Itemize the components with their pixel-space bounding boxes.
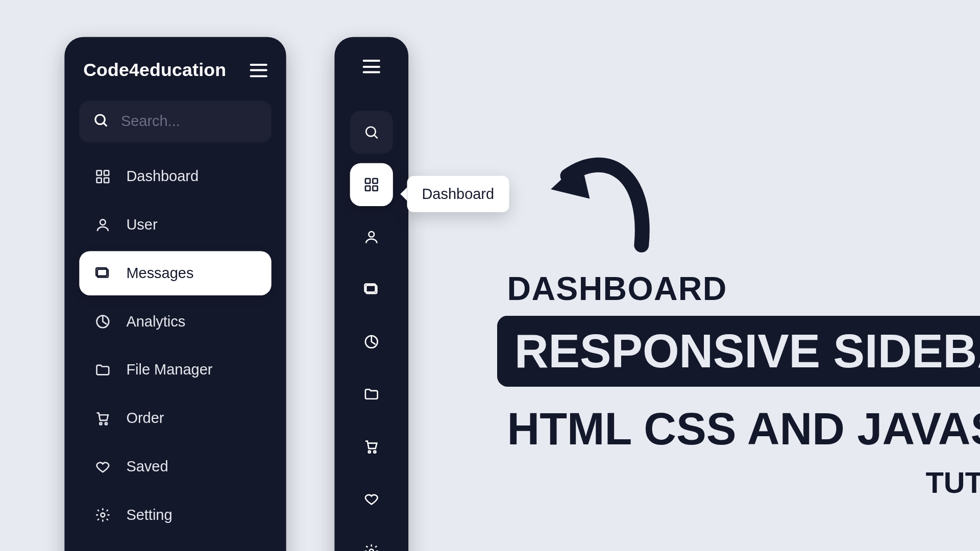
collapsed-item-messages[interactable] [350,268,393,311]
user-icon [363,228,380,245]
nav-label: File Manager [126,361,212,379]
brand-title: Code4education [83,60,226,81]
collapsed-item-user[interactable] [350,215,393,258]
svg-line-1 [104,123,107,126]
gear-icon [363,542,380,551]
headline-kicker: DASHBOARD [507,270,727,308]
nav-label: Setting [126,506,172,523]
collapsed-item-setting[interactable] [350,530,393,551]
headline-hindi: TUTORIAL IN HINDI [925,466,980,499]
cart-icon [94,410,111,427]
nav-item-user[interactable]: User [79,203,271,247]
nav-label: Order [126,410,164,427]
nav-item-dashboard[interactable]: Dashboard [79,155,271,199]
grid-icon [94,168,111,185]
nav-label: Saved [126,458,168,475]
collapsed-item-file-manager[interactable] [350,372,393,415]
gear-icon [94,506,111,523]
svg-rect-15 [365,179,370,183]
cart-icon [363,438,380,455]
nav-item-setting[interactable]: Setting [79,493,271,537]
folder-icon [94,361,111,379]
analytics-icon [363,333,380,350]
svg-point-12 [101,513,105,517]
nav-item-analytics[interactable]: Analytics [79,299,271,344]
svg-rect-18 [373,186,377,191]
collapsed-item-dashboard[interactable] [350,163,393,206]
nav-item-saved[interactable]: Saved [79,444,271,489]
nav-label: Analytics [126,313,185,330]
svg-point-23 [369,451,371,453]
search-bar[interactable] [79,101,271,142]
search-icon [93,112,109,131]
svg-rect-16 [373,179,377,183]
headline-tech: HTML CSS AND JAVASCRIPT [507,403,980,455]
grid-icon [363,176,380,193]
heart-icon [94,458,111,475]
collapsed-item-analytics[interactable] [350,320,393,363]
svg-point-19 [369,232,374,237]
menu-toggle-icon[interactable] [363,60,380,73]
sidebar-collapsed [334,37,408,551]
svg-rect-3 [104,170,109,175]
collapsed-search[interactable] [350,111,393,154]
nav-label: Dashboard [126,168,199,185]
nav-label: User [126,216,157,234]
svg-rect-4 [97,178,102,183]
sidebar-expanded: Code4education Dashboard Use [64,37,286,551]
nav-item-order[interactable]: Order [79,396,271,440]
collapsed-item-order[interactable] [350,425,393,468]
user-icon [94,216,111,234]
arrow-icon [544,134,665,262]
sidebar-header: Code4education [79,60,271,81]
tooltip-dashboard: Dashboard [407,176,509,212]
svg-line-14 [375,135,378,138]
svg-point-0 [95,115,105,124]
collapsed-item-saved[interactable] [350,478,393,520]
svg-rect-5 [104,178,109,183]
svg-point-11 [105,422,107,424]
headline-title: RESPONSIVE SIDEBAR MENU [497,316,980,387]
nav-list: Dashboard User Messages Analytics [79,155,271,537]
menu-toggle-icon[interactable] [250,63,267,77]
svg-rect-2 [97,170,102,175]
svg-point-24 [374,451,376,453]
svg-point-10 [100,422,102,424]
nav-label: Messages [126,265,193,282]
search-icon [363,123,380,141]
svg-point-6 [100,219,106,225]
analytics-icon [94,313,111,330]
nav-item-file-manager[interactable]: File Manager [79,348,271,392]
folder-icon [363,385,380,403]
svg-rect-17 [365,186,370,191]
nav-item-messages[interactable]: Messages [79,251,271,295]
search-input[interactable] [121,113,258,130]
svg-point-13 [366,127,375,136]
heart-icon [363,490,380,508]
messages-icon [94,265,111,282]
messages-icon [363,281,380,298]
svg-point-25 [370,549,374,551]
